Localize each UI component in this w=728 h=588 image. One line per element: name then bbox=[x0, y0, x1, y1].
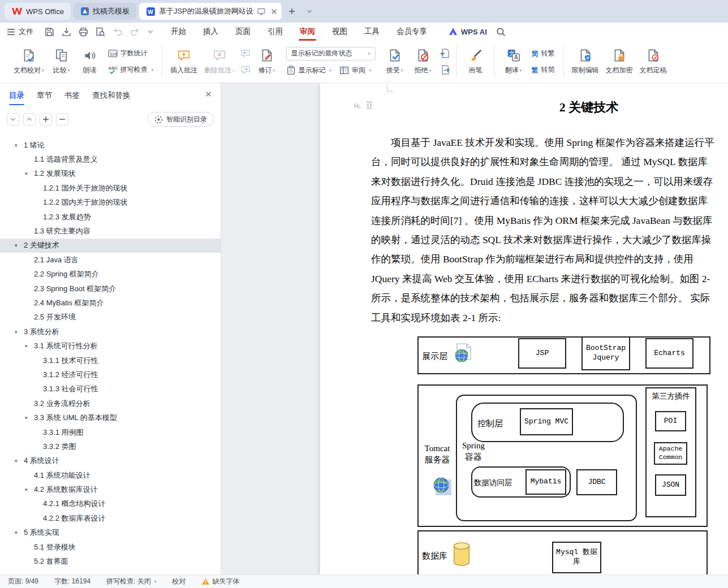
toc-collapse-arrow-icon[interactable]: ▾ bbox=[15, 530, 24, 535]
tab-list-chevron-button[interactable] bbox=[302, 4, 317, 19]
toc-collapse-arrow-icon[interactable]: ▾ bbox=[25, 415, 34, 421]
prev-change-button[interactable] bbox=[438, 48, 451, 59]
toc-item[interactable]: 1.3 研究主要内容 bbox=[0, 224, 221, 238]
menu-tab-insert[interactable]: 插入 bbox=[195, 23, 227, 41]
toc-item[interactable]: ▾1.2 发展现状 bbox=[0, 167, 221, 181]
sidebar-tab-find-replace[interactable]: 查找和替换 bbox=[92, 83, 131, 108]
toc-collapse-arrow-icon[interactable]: ▾ bbox=[15, 458, 24, 464]
toc-zoom-out-button[interactable] bbox=[56, 113, 68, 126]
toc-item[interactable]: 2.2 Spring 框架简介 bbox=[0, 267, 221, 282]
prev-comment-button[interactable] bbox=[239, 48, 252, 59]
toc-collapse-arrow-icon[interactable]: ▾ bbox=[25, 171, 34, 176]
menu-tab-membership[interactable]: 会员专享 bbox=[388, 23, 436, 41]
markup-state-select[interactable]: 显示标记的最终状态▾ bbox=[286, 47, 376, 60]
menu-tab-tools[interactable]: 工具 bbox=[356, 23, 388, 41]
read-aloud-button[interactable]: 朗读 bbox=[76, 44, 104, 80]
sidebar-tab-chapters[interactable]: 章节 bbox=[37, 83, 52, 108]
sidebar-tab-toc[interactable]: 目录 bbox=[9, 83, 24, 108]
toc-expand-all-button[interactable] bbox=[7, 113, 19, 126]
smart-toc-button[interactable]: 智能识别目录 bbox=[148, 112, 214, 127]
menu-tab-page[interactable]: 页面 bbox=[227, 23, 259, 41]
search-icon[interactable] bbox=[496, 27, 506, 37]
wps-home-tab[interactable]: WPS Office bbox=[5, 3, 71, 20]
ink-brush-button[interactable]: 画笔 bbox=[462, 44, 490, 80]
menu-tab-home[interactable]: 开始 bbox=[162, 23, 195, 41]
active-doc-tab[interactable]: W 基于JSP的温泉镇旅游网站设计 bbox=[139, 3, 282, 20]
doc-proofread-button[interactable]: 文档校对▾ bbox=[10, 44, 48, 80]
new-tab-button[interactable] bbox=[285, 4, 299, 19]
quickbar-more-chevron[interactable] bbox=[148, 29, 153, 34]
toc-item[interactable]: 4.1 系统功能设计 bbox=[0, 468, 221, 482]
toc-collapse-all-button[interactable] bbox=[23, 113, 36, 126]
menu-tab-reference[interactable]: 引用 bbox=[259, 23, 291, 41]
toc-item[interactable]: 3.2 业务流程分析 bbox=[0, 396, 221, 410]
toc-zoom-in-button[interactable] bbox=[40, 113, 52, 126]
sidebar-close-icon[interactable] bbox=[205, 91, 212, 97]
toc-item[interactable]: ▾3.3 系统 UML 的基本模型 bbox=[0, 410, 221, 425]
toc-item[interactable]: 3.1.2 经济可行性 bbox=[0, 368, 221, 382]
toc-item[interactable]: ▾2 关键技术 bbox=[0, 239, 221, 253]
translate-button[interactable]: 文A翻译▾ bbox=[499, 44, 528, 80]
print-button[interactable] bbox=[79, 27, 88, 37]
save-button[interactable] bbox=[45, 27, 54, 37]
wps-ai-button[interactable]: WPS AI bbox=[448, 27, 487, 36]
undo-button[interactable] bbox=[113, 27, 123, 36]
toc-item[interactable]: 2.5 开发环境 bbox=[0, 310, 221, 325]
toc-item[interactable]: 2.4 MyBatis 框架简介 bbox=[0, 296, 221, 310]
toc-item[interactable]: 1.2.3 发展趋势 bbox=[0, 210, 221, 224]
review-pane-button[interactable]: 审阅▾ bbox=[339, 64, 372, 77]
close-tab-icon[interactable] bbox=[271, 8, 277, 15]
toc-item[interactable]: 5.1 登录模块 bbox=[0, 540, 221, 554]
menu-tab-view[interactable]: 视图 bbox=[324, 23, 356, 41]
document-page[interactable]: H₁ 2 关键技术 项目基于 JavaEE 技术开发和实现。使用 Spring … bbox=[320, 83, 728, 574]
restrict-editing-button[interactable]: 限制编辑 bbox=[568, 44, 602, 80]
toc-collapse-arrow-icon[interactable]: ▾ bbox=[15, 329, 24, 335]
next-change-button[interactable] bbox=[438, 64, 451, 76]
spellcheck-status[interactable]: 拼写检查: 关闭▾ bbox=[106, 577, 156, 586]
toc-item[interactable]: 1.2.1 国外关于旅游的现状 bbox=[0, 181, 221, 195]
template-doc-tab[interactable]: 找稿壳模板 bbox=[74, 3, 136, 20]
page-indicator[interactable]: 页面: 9/49 bbox=[8, 577, 38, 586]
simplified-to-traditional-button[interactable]: 简转繁 bbox=[532, 47, 555, 60]
word-count-button[interactable]: 123字数统计 bbox=[108, 47, 154, 60]
finalize-doc-button[interactable]: 文档定稿 bbox=[636, 44, 670, 80]
toc-collapse-arrow-icon[interactable]: ▾ bbox=[15, 243, 24, 248]
toc-item[interactable]: 1.2.2 国内关于旅游的现状 bbox=[0, 196, 221, 210]
word-count-indicator[interactable]: 字数: 16194 bbox=[54, 577, 91, 586]
toc-item[interactable]: 5.2 首界面 bbox=[0, 554, 221, 568]
toc-item[interactable]: 4.2.1 概念结构设计 bbox=[0, 497, 221, 511]
toc-collapse-arrow-icon[interactable]: ▾ bbox=[25, 343, 34, 349]
sidebar-tab-bookmarks[interactable]: 书签 bbox=[64, 83, 80, 108]
encrypt-doc-button[interactable]: 文档加密 bbox=[602, 44, 636, 80]
menu-tab-review[interactable]: 审阅 bbox=[291, 23, 324, 41]
export-button[interactable] bbox=[62, 27, 71, 37]
toc-item[interactable]: 2.1 Java 语言 bbox=[0, 253, 221, 267]
toc-item[interactable]: ▾1 绪论 bbox=[0, 138, 221, 152]
toc-collapse-arrow-icon[interactable]: ▾ bbox=[25, 487, 34, 492]
compare-button[interactable]: 比较▾ bbox=[48, 44, 76, 80]
toc-item[interactable]: ▾3 系统分析 bbox=[0, 325, 221, 339]
reject-change-button[interactable]: 拒绝▾ bbox=[409, 44, 437, 80]
spell-check-button[interactable]: ABC拼写检查▾ bbox=[108, 64, 154, 76]
show-markup-button[interactable]: 显示标记▾ bbox=[286, 64, 332, 77]
toc-item[interactable]: 4.2.2 数据库表设计 bbox=[0, 511, 221, 525]
traditional-to-simplified-button[interactable]: 繁转简 bbox=[532, 64, 555, 76]
missing-font-warning[interactable]: 缺失字体 bbox=[201, 577, 239, 586]
toc-item[interactable]: ▾5 系统实现 bbox=[0, 526, 221, 540]
delete-comment-button[interactable]: 删除批注▾ bbox=[201, 44, 238, 80]
proofread-status[interactable]: 校对 bbox=[172, 577, 186, 586]
print-preview-button[interactable] bbox=[96, 27, 105, 37]
toc-item[interactable]: ▾4 系统设计 bbox=[0, 454, 221, 468]
toc-item[interactable]: 3.1.1 技术可行性 bbox=[0, 353, 221, 368]
redo-button[interactable] bbox=[130, 27, 140, 36]
toc-item[interactable]: 2.3 Spring Boot 框架简介 bbox=[0, 282, 221, 296]
toc-item[interactable]: 3.3.2 类图 bbox=[0, 439, 221, 453]
next-comment-button[interactable] bbox=[239, 64, 252, 76]
toc-item[interactable]: 3.3.1 用例图 bbox=[0, 425, 221, 439]
accept-change-button[interactable]: 接受▾ bbox=[381, 44, 409, 80]
toc-collapse-arrow-icon[interactable]: ▾ bbox=[15, 142, 24, 148]
toc-item[interactable]: ▾3.1 系统可行性分析 bbox=[0, 339, 221, 353]
insert-comment-button[interactable]: 插入批注 bbox=[167, 44, 201, 80]
toc-item[interactable]: 1.1 选题背景及意义 bbox=[0, 152, 221, 166]
toc-item[interactable]: 3.1.3 社会可行性 bbox=[0, 382, 221, 396]
